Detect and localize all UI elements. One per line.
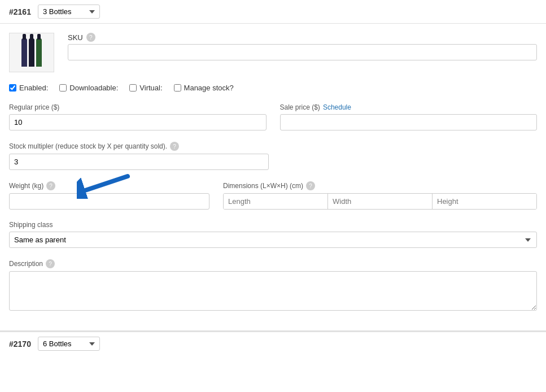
bottle-3 [36,38,42,67]
description-textarea[interactable] [9,271,537,311]
enabled-label: Enabled: [19,84,48,92]
bottle-1 [21,38,27,67]
sale-price-group: Sale price ($) Schedule [280,103,538,130]
dimensions-help-icon[interactable]: ? [306,181,315,190]
variation-dropdown-top[interactable]: 3 Bottles [38,5,100,19]
variation-id-bottom: #2170 [9,339,31,349]
image-sku-row: SKU ? [9,33,537,72]
sku-label-row: SKU ? [68,33,537,42]
weight-label-row: Weight (kg) ? [9,181,209,190]
stock-multiplier-section: Stock multipler (reduce stock by X per q… [9,142,537,170]
regular-price-label: Regular price ($) [9,103,267,111]
downloadable-checkbox[interactable] [59,84,67,92]
variation-dropdown-bottom[interactable]: 6 Bottles [38,337,100,351]
description-section: Description ? [9,259,537,312]
virtual-label: Virtual: [139,84,162,92]
bottle-2 [29,38,34,67]
virtual-checkbox-item[interactable]: Virtual: [129,84,162,92]
weight-help-icon[interactable]: ? [46,181,55,190]
variation-id-top: #2161 [9,7,31,16]
virtual-checkbox[interactable] [129,84,137,92]
top-variation-bar: #2161 3 Bottles [0,0,546,24]
enabled-checkbox[interactable] [9,84,16,92]
weight-dims-row: Weight (kg) ? Dimensions (L×W×H) (cm) ? [9,181,537,210]
checkboxes-row: Enabled: Downloadable: Virtual: Manage s… [9,81,537,92]
stock-multiplier-input-wrapper [9,154,269,170]
shipping-class-select[interactable]: Same as parent No shipping class [9,232,537,248]
stock-multiplier-label-row: Stock multipler (reduce stock by X per q… [9,142,537,151]
stock-multiplier-help-icon[interactable]: ? [170,142,179,151]
weight-input[interactable] [9,193,209,210]
regular-price-group: Regular price ($) [9,103,267,130]
price-row: Regular price ($) Sale price ($) Schedul… [9,103,537,130]
length-input[interactable] [224,194,328,209]
stock-multiplier-input[interactable] [9,154,269,170]
wine-bottles-graphic [19,36,44,69]
sku-input[interactable] [68,44,537,60]
sku-section: SKU ? [68,33,537,60]
sale-price-label-row: Sale price ($) Schedule [280,103,538,111]
manage-stock-checkbox[interactable] [174,84,181,92]
sale-price-input[interactable] [280,114,538,130]
weight-label-text: Weight (kg) [9,182,43,190]
width-input[interactable] [328,194,433,209]
variation-panel: SKU ? Enabled: Downloadable: Virtual: Ma… [0,24,546,332]
height-input[interactable] [433,194,536,209]
shipping-section: Shipping class Same as parent No shippin… [9,221,537,248]
schedule-link[interactable]: Schedule [323,103,351,111]
description-help-icon[interactable]: ? [46,259,55,268]
manage-stock-label: Manage stock? [184,84,234,92]
bottom-variation-bar: #2170 6 Bottles [0,332,546,355]
dimensions-section: Dimensions (L×W×H) (cm) ? [223,181,537,210]
sale-price-label-text: Sale price ($) [280,103,320,111]
dimensions-inputs-group [223,193,537,210]
downloadable-checkbox-item[interactable]: Downloadable: [59,84,118,92]
dimensions-label-row: Dimensions (L×W×H) (cm) ? [223,181,537,190]
sku-label-text: SKU [68,33,83,42]
enabled-checkbox-item[interactable]: Enabled: [9,84,48,92]
weight-section: Weight (kg) ? [9,181,209,210]
stock-multiplier-label-text: Stock multipler (reduce stock by X per q… [9,142,167,150]
product-image[interactable] [9,33,54,72]
downloadable-label: Downloadable: [69,84,118,92]
description-label-row: Description ? [9,259,537,268]
regular-price-input[interactable] [9,114,267,130]
shipping-label: Shipping class [9,221,537,229]
dimensions-label-text: Dimensions (L×W×H) (cm) [223,182,303,190]
manage-stock-checkbox-item[interactable]: Manage stock? [174,84,234,92]
sku-help-icon[interactable]: ? [86,33,95,42]
description-label-text: Description [9,260,43,268]
